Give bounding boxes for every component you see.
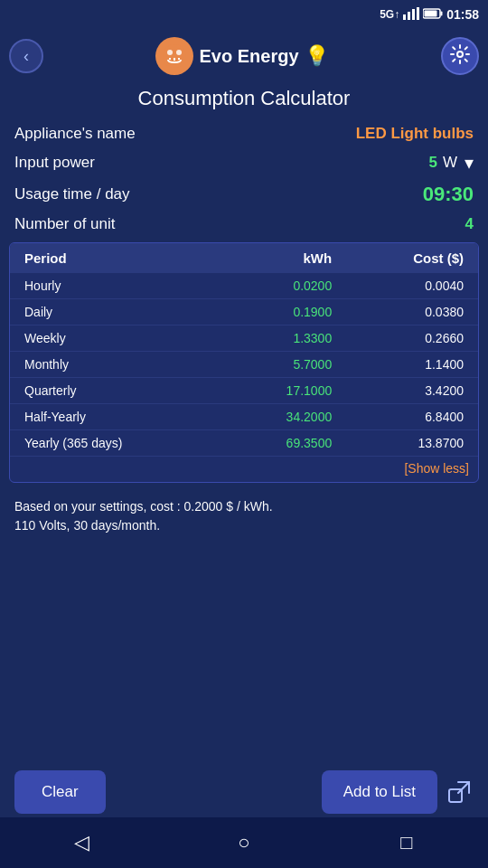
period-cell: Weekly	[15, 331, 200, 345]
header: ‹ Evo Energy 💡	[0, 29, 488, 83]
appliance-name-row: Appliance's name LED Light bulbs	[14, 125, 474, 143]
logo-icon	[155, 37, 193, 75]
cost-cell: 0.0380	[332, 305, 473, 319]
status-icons: 5G↑ 01:58	[380, 7, 479, 23]
kwh-cell: 0.1900	[200, 305, 332, 319]
period-cell: Monthly	[15, 357, 200, 372]
nav-back-button[interactable]: ◁	[61, 823, 101, 863]
cost-cell: 0.2660	[332, 331, 473, 345]
power-dropdown-arrow[interactable]: ▾	[465, 152, 474, 174]
kwh-cell: 0.0200	[200, 278, 332, 293]
unit-count-row: Number of unit 4	[14, 215, 474, 233]
consumption-table: Period kWh Cost ($) Hourly 0.0200 0.0040…	[9, 242, 479, 483]
show-less-button[interactable]: [Show less]	[404, 461, 469, 476]
bottom-info: Based on your settings, cost : 0.2000 $ …	[0, 490, 488, 542]
signal-icon: 5G↑	[380, 8, 399, 21]
settings-icon	[449, 43, 471, 70]
add-button-container: Add to List	[322, 770, 474, 814]
clear-button[interactable]: Clear	[14, 770, 106, 814]
input-power-label: Input power	[14, 154, 428, 172]
unit-count-value[interactable]: 4	[465, 215, 474, 233]
nav-recent-icon: □	[400, 831, 412, 854]
time-display: 01:58	[446, 7, 479, 22]
cost-info-text: Based on your settings, cost : 0.2000 $ …	[14, 499, 273, 533]
unit-count-label: Number of unit	[14, 215, 465, 233]
logo-text: Evo Energy	[199, 46, 298, 67]
action-buttons: Clear Add to List	[0, 770, 488, 814]
col-period-header: Period	[15, 250, 200, 266]
cost-cell: 0.0040	[332, 278, 473, 293]
settings-button[interactable]	[441, 37, 479, 75]
nav-home-icon: ○	[238, 831, 249, 854]
svg-rect-1	[408, 12, 410, 20]
signal-bars	[403, 7, 419, 23]
logo: Evo Energy 💡	[155, 37, 328, 75]
table-header: Period kWh Cost ($)	[10, 243, 478, 273]
page-title: Consumption Calculator	[0, 87, 488, 110]
add-to-list-button[interactable]: Add to List	[322, 770, 437, 814]
table-row: Weekly 1.3300 0.2660	[10, 326, 478, 352]
input-power-row: Input power 5 W ▾	[14, 152, 474, 174]
svg-rect-2	[412, 9, 415, 20]
svg-point-8	[167, 50, 173, 55]
info-section: Appliance's name LED Light bulbs Input p…	[0, 125, 488, 233]
nav-recent-button[interactable]: □	[387, 823, 427, 863]
status-bar: 5G↑ 01:58	[0, 0, 488, 29]
kwh-cell: 17.1000	[200, 383, 332, 398]
table-row: Daily 0.1900 0.0380	[10, 299, 478, 326]
kwh-cell: 69.3500	[200, 436, 332, 450]
kwh-cell: 1.3300	[200, 331, 332, 345]
kwh-cell: 5.7000	[200, 357, 332, 372]
power-unit: W	[443, 154, 457, 172]
kwh-cell: 34.2000	[200, 410, 332, 424]
appliance-name-value[interactable]: LED Light bulbs	[356, 125, 474, 143]
svg-rect-5	[441, 11, 443, 15]
table-row: Hourly 0.0200 0.0040	[10, 273, 478, 299]
svg-point-7	[163, 44, 186, 68]
export-button[interactable]	[445, 778, 474, 807]
period-cell: Quarterly	[15, 383, 200, 398]
battery-icon	[423, 8, 443, 22]
svg-point-13	[457, 52, 463, 57]
back-icon: ‹	[23, 47, 29, 66]
period-cell: Hourly	[15, 278, 200, 293]
period-cell: Half-Yearly	[15, 410, 200, 424]
appliance-name-label: Appliance's name	[14, 125, 356, 143]
svg-rect-3	[417, 7, 419, 20]
logo-bulb-icon: 💡	[305, 44, 329, 68]
usage-time-label: Usage time / day	[14, 185, 423, 203]
col-cost-header: Cost ($)	[332, 250, 473, 266]
col-kwh-header: kWh	[200, 250, 332, 266]
period-cell: Yearly (365 days)	[15, 436, 200, 450]
svg-line-15	[458, 782, 469, 793]
table-row: Monthly 5.7000 1.1400	[10, 352, 478, 378]
period-cell: Daily	[15, 305, 200, 319]
cost-cell: 6.8400	[332, 410, 473, 424]
back-button[interactable]: ‹	[9, 39, 43, 73]
nav-back-icon: ◁	[74, 831, 89, 854]
cost-cell: 13.8700	[332, 436, 473, 450]
svg-point-9	[176, 50, 182, 55]
input-power-value[interactable]: 5	[428, 154, 436, 172]
table-row: Half-Yearly 34.2000 6.8400	[10, 404, 478, 430]
usage-time-row: Usage time / day 09:30	[14, 183, 474, 206]
show-less-row: [Show less]	[10, 457, 478, 482]
nav-home-button[interactable]: ○	[224, 823, 264, 863]
svg-rect-6	[425, 10, 437, 16]
usage-time-value[interactable]: 09:30	[423, 183, 474, 206]
cost-cell: 1.1400	[332, 357, 473, 372]
svg-rect-0	[403, 14, 406, 20]
table-row: Yearly (365 days) 69.3500 13.8700	[10, 430, 478, 457]
table-row: Quarterly 17.1000 3.4200	[10, 378, 478, 404]
cost-cell: 3.4200	[332, 383, 473, 398]
bottom-nav: ◁ ○ □	[0, 817, 488, 868]
